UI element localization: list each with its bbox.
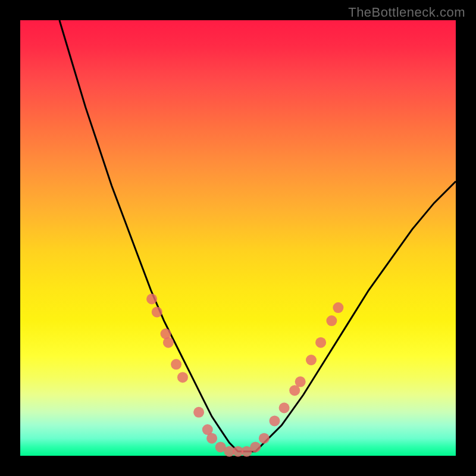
chart-plot-area — [20, 20, 456, 456]
data-marker — [295, 377, 306, 387]
data-marker — [177, 372, 188, 383]
data-marker — [146, 294, 157, 305]
data-marker — [259, 433, 270, 444]
data-marker — [152, 306, 162, 317]
bottleneck-curve — [60, 20, 456, 452]
data-marker — [250, 441, 261, 452]
data-marker — [333, 302, 343, 313]
data-marker — [315, 337, 326, 348]
chart-svg — [20, 20, 456, 456]
data-marker — [206, 433, 217, 444]
data-marker — [270, 415, 280, 426]
data-markers — [146, 294, 343, 457]
data-marker — [306, 355, 317, 365]
data-marker — [163, 337, 174, 348]
data-marker — [193, 407, 204, 418]
data-marker — [279, 403, 290, 414]
watermark-label: TheBottleneck.com — [348, 5, 465, 20]
data-marker — [171, 359, 181, 369]
data-marker — [326, 315, 337, 326]
